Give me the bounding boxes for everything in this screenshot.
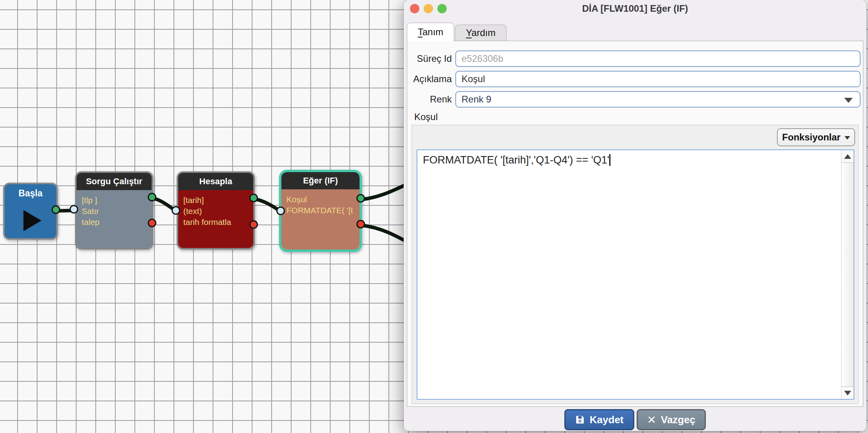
- node-line: [tlp ]: [82, 195, 147, 206]
- code-text: FORMATDATE( '[tarih]','Q1-Q4') == 'Q1': [423, 154, 610, 166]
- arrow-up-icon: [844, 154, 851, 159]
- aciklama-input[interactable]: Koşul: [455, 71, 861, 87]
- code-editor[interactable]: FORMATDATE( '[tarih]','Q1-Q4') == 'Q1': [417, 149, 854, 400]
- port-sorgu-input[interactable]: [70, 205, 78, 214]
- port-hesapla-input[interactable]: [172, 206, 180, 215]
- node-line: FORMATDATE( '[t: [286, 205, 355, 216]
- chevron-down-icon: [844, 98, 853, 103]
- dialog-footer: Kaydet ✕ Vazgeç: [404, 409, 866, 430]
- close-button[interactable]: [410, 4, 419, 13]
- node-title: Sorgu Çalıştır: [77, 173, 152, 190]
- surec-id-label: Süreç Id: [407, 50, 452, 67]
- renk-label: Renk: [407, 91, 452, 108]
- node-line: talep: [82, 217, 147, 228]
- port-basla-output[interactable]: [52, 205, 60, 214]
- kosul-section-label: Koşul: [414, 111, 438, 122]
- node-line: [tarih]: [183, 195, 249, 206]
- minimize-button[interactable]: [424, 4, 433, 13]
- node-title: Başla: [5, 188, 56, 199]
- save-button[interactable]: Kaydet: [564, 409, 634, 430]
- zoom-button[interactable]: [437, 4, 447, 13]
- surec-id-input[interactable]: e526306b: [455, 50, 861, 67]
- chevron-down-icon: [845, 136, 850, 140]
- aciklama-label: Açıklama: [407, 71, 452, 87]
- node-line: Satır: [82, 206, 147, 217]
- text-caret: [609, 154, 610, 166]
- window-title: DİA [FLW1001] Eğer (IF): [404, 0, 866, 17]
- port-hesapla-output[interactable]: [249, 194, 258, 202]
- port-sorgu-error[interactable]: [148, 219, 156, 227]
- save-icon: [575, 415, 585, 425]
- node-line: Koşul: [286, 194, 355, 205]
- node-basla[interactable]: Başla: [3, 183, 58, 240]
- port-eger-output[interactable]: [356, 194, 365, 203]
- tab-tanim[interactable]: Tanım: [407, 23, 454, 41]
- node-sorgu-calistir[interactable]: Sorgu Çalıştır [tlp ] Satır talep: [75, 171, 153, 250]
- port-eger-error[interactable]: [356, 220, 365, 228]
- node-eger-if-selected[interactable]: Eğer (IF) Koşul FORMATDATE( '[t: [279, 170, 362, 252]
- node-line: (text): [183, 206, 249, 217]
- node-title: Hesapla: [178, 173, 253, 190]
- renk-select[interactable]: Renk 9: [455, 91, 861, 108]
- close-icon: ✕: [647, 413, 656, 426]
- node-line: tarih formatla: [183, 217, 249, 228]
- scrollbar-track[interactable]: [841, 150, 854, 399]
- play-icon: [23, 210, 41, 231]
- scrollbar-up-button[interactable]: [841, 150, 854, 163]
- port-hesapla-error[interactable]: [249, 220, 258, 229]
- window-titlebar[interactable]: DİA [FLW1001] Eğer (IF): [404, 0, 866, 16]
- fonksiyonlar-button[interactable]: Fonksiyonlar: [777, 128, 855, 146]
- dialog-window: DİA [FLW1001] Eğer (IF) Tanım Yardım Sür…: [404, 0, 866, 431]
- arrow-down-icon: [844, 391, 851, 395]
- kosul-group: Fonksiyonlar FORMATDATE( '[tarih]','Q1-Q…: [412, 125, 859, 404]
- port-sorgu-output[interactable]: [148, 193, 156, 201]
- node-title: Eğer (IF): [281, 172, 360, 189]
- cancel-button[interactable]: ✕ Vazgeç: [637, 409, 706, 430]
- node-hesapla[interactable]: Hesapla [tarih] (text) tarih formatla: [177, 171, 255, 250]
- port-eger-input[interactable]: [276, 207, 285, 215]
- tab-yardim[interactable]: Yardım: [455, 25, 506, 41]
- scrollbar-down-button[interactable]: [841, 386, 854, 399]
- tanim-tab-panel: Süreç Id e526306b Açıklama Koşul Renk Re…: [407, 41, 863, 407]
- tab-bar: Tanım Yardım: [407, 23, 506, 41]
